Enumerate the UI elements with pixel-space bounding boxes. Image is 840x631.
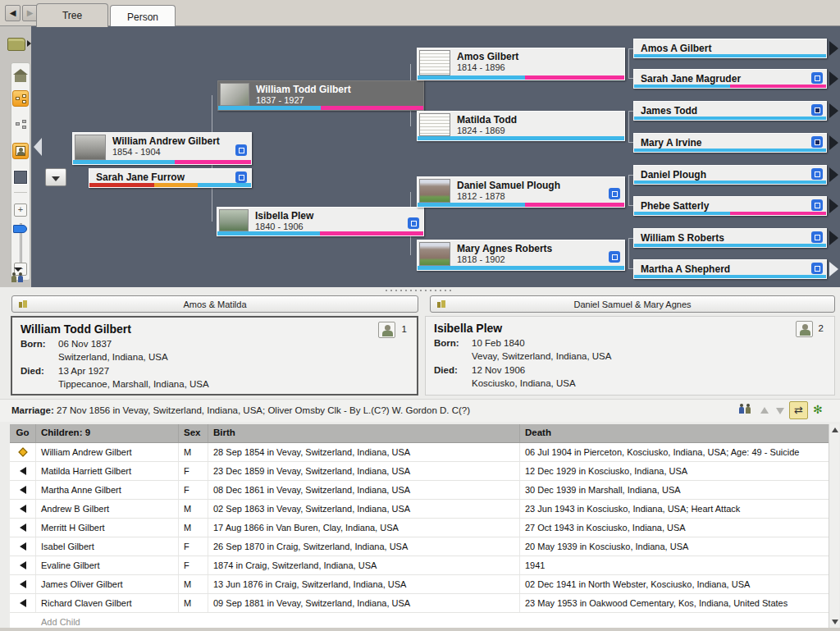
child-row[interactable]: Andrew B Gilbert M 02 Sep 1863 in Vevay,…	[10, 500, 829, 519]
header-sex[interactable]: Sex	[179, 424, 208, 442]
spouse-dropdown-button[interactable]	[45, 168, 66, 186]
home-family-button[interactable]	[12, 69, 29, 85]
parents-button-daniel-mary[interactable]: Daniel Samuel & Mary Agnes	[430, 295, 835, 313]
media-badge-icon[interactable]	[235, 171, 247, 183]
pedigree-box-sarah-jane-furrow[interactable]: Sarah Jane Furrow	[89, 168, 252, 188]
photo-count-button[interactable]	[796, 321, 813, 337]
pedigree-box-daniel-plough[interactable]: Daniel Plough	[633, 165, 827, 185]
header-death[interactable]: Death	[520, 424, 829, 442]
navigate-left-arrow[interactable]	[34, 138, 42, 156]
child-row[interactable]: James Oliver Gilbert M 13 Jun 1876 in Cr…	[10, 575, 829, 594]
pedigree-view-button[interactable]	[12, 90, 29, 107]
go-arrow-icon[interactable]	[20, 580, 26, 588]
child-death: 02 Dec 1941 in North Webster, Kosciusko,…	[520, 575, 829, 593]
media-badge-icon[interactable]	[811, 72, 823, 84]
swap-spouses-button[interactable]: ⇄	[789, 401, 808, 419]
pedigree-box-amos-a-gilbert[interactable]: Amos A Gilbert	[633, 39, 827, 58]
media-badge-icon[interactable]	[235, 144, 247, 156]
media-badge-icon[interactable]	[811, 263, 823, 274]
photo-count-button[interactable]	[378, 322, 395, 338]
pedigree-box-mary-a-irvine[interactable]: Mary A Irvine	[633, 133, 827, 153]
child-row[interactable]: Martha Anne Gilbert F 08 Dec 1861 in Vev…	[10, 481, 829, 500]
media-badge-icon[interactable]	[811, 231, 823, 243]
go-arrow-icon[interactable]	[20, 542, 26, 551]
go-arrow-icon[interactable]	[20, 599, 26, 607]
parents-button-amos-matilda[interactable]: Amos & Matilda	[11, 295, 418, 313]
go-arrow-icon[interactable]	[20, 486, 26, 494]
child-row[interactable]: Evaline Gilbert F 1874 in Craig, Switzer…	[10, 556, 829, 575]
media-badge-icon[interactable]	[811, 136, 823, 148]
family-tree-icon[interactable]: ✻	[813, 403, 823, 416]
pedigree-box-mary-agnes-roberts[interactable]: Mary Agnes Roberts 1818 - 1902	[417, 240, 625, 271]
child-row[interactable]: William Andrew Gilbert M 28 Sep 1854 in …	[10, 443, 829, 462]
scroll-up-arrow[interactable]	[832, 428, 838, 432]
pedigree-box-william-todd-gilbert[interactable]: William Todd Gilbert 1837 - 1927	[217, 80, 424, 111]
lifespan-bar	[418, 266, 624, 270]
expand-ancestors-arrow[interactable]	[829, 199, 838, 213]
tab-person[interactable]: Person	[110, 5, 176, 26]
couple-icon[interactable]	[738, 404, 751, 416]
media-badge-icon[interactable]	[811, 104, 823, 116]
child-row[interactable]: Richard Claven Gilbert M 09 Sep 1881 in …	[10, 594, 829, 613]
pedigree-box-matilda-todd[interactable]: Matilda Todd 1824 - 1869	[417, 111, 625, 141]
go-arrow-icon[interactable]	[20, 467, 26, 475]
expand-ancestors-arrow[interactable]	[829, 231, 838, 245]
move-up-button[interactable]	[760, 407, 769, 414]
pedigree-box-daniel-samuel-plough[interactable]: Daniel Samuel Plough 1812 - 1878	[417, 176, 625, 208]
pedigree-box-sarah-jane-magruder[interactable]: Sarah Jane Magruder	[633, 69, 827, 89]
move-down-button[interactable]	[776, 408, 784, 414]
detail-panel-william-todd-gilbert[interactable]: William Todd Gilbert Born: 06 Nov 1837 S…	[11, 316, 418, 396]
child-birth: 08 Dec 1861 in Vevay, Switzerland, India…	[208, 481, 520, 499]
expand-ancestors-arrow[interactable]	[829, 167, 838, 182]
history-back-button[interactable]: ◀	[5, 5, 21, 21]
pedigree-box-james-todd[interactable]: James Todd	[633, 101, 827, 121]
go-arrow-icon[interactable]	[20, 561, 26, 569]
header-children[interactable]: Children: 9	[36, 424, 179, 442]
media-badge-icon[interactable]	[811, 199, 823, 211]
expand-ancestors-arrow[interactable]	[829, 135, 838, 150]
expand-ancestors-arrow[interactable]	[829, 41, 838, 56]
descendant-view-button[interactable]	[12, 117, 29, 133]
person-photo-button[interactable]	[12, 143, 29, 159]
horizontal-splitter[interactable]	[0, 287, 840, 294]
expand-ancestors-arrow[interactable]	[829, 71, 838, 86]
lifespan-bar	[418, 75, 624, 80]
expand-ancestors-arrow[interactable]	[829, 262, 838, 277]
zoom-in-button[interactable]: +	[14, 203, 27, 217]
zoom-slider-thumb[interactable]	[13, 225, 27, 233]
index-folder-icon[interactable]	[7, 38, 25, 51]
tab-tree[interactable]: Tree	[36, 3, 108, 27]
go-arrow-icon[interactable]	[20, 505, 26, 513]
go-arrow-icon[interactable]	[20, 524, 26, 532]
child-birth: 26 Sep 1870 in Craig, Switzerland, India…	[208, 537, 520, 556]
child-row[interactable]: Merritt H Gilbert M 17 Aug 1866 in Van B…	[10, 519, 829, 537]
connector-line	[628, 111, 629, 143]
background-swatch-button[interactable]	[12, 169, 29, 185]
pedigree-box-amos-gilbert[interactable]: Amos Gilbert 1814 - 1896	[417, 48, 625, 80]
media-badge-icon[interactable]	[609, 188, 620, 199]
family-group-icon[interactable]	[8, 272, 26, 286]
media-badge-icon[interactable]	[408, 217, 419, 229]
caret-down-icon[interactable]	[14, 267, 22, 272]
pedigree-box-martha-a-shepherd[interactable]: Martha A Shepherd	[633, 259, 827, 279]
pedigree-box-phebe-satterly[interactable]: Phebe Satterly	[633, 196, 827, 216]
header-birth[interactable]: Birth	[208, 424, 520, 442]
media-badge-icon[interactable]	[609, 251, 620, 263]
children-table-header[interactable]: Go Children: 9 Sex Birth Death	[10, 424, 829, 443]
media-badge-icon[interactable]	[811, 168, 823, 180]
status-strip	[0, 628, 840, 631]
connector-line	[628, 48, 629, 79]
expand-ancestors-arrow[interactable]	[829, 103, 838, 118]
child-row[interactable]: Isabel Gilbert F 26 Sep 1870 in Craig, S…	[10, 537, 829, 556]
pedigree-box-isibella-plew[interactable]: Isibella Plew 1840 - 1906	[217, 207, 424, 236]
died-label: Died:	[434, 365, 458, 375]
pedigree-box-william-s-roberts[interactable]: William S Roberts	[633, 228, 827, 248]
go-diamond-icon[interactable]	[18, 447, 27, 456]
table-scrollbar[interactable]	[829, 424, 839, 628]
detail-panel-isibella-plew[interactable]: Isibella Plew Born: 10 Feb 1840 Vevay, S…	[425, 316, 835, 396]
header-go[interactable]: Go	[10, 424, 36, 442]
pedigree-box-william-andrew-gilbert[interactable]: William Andrew Gilbert 1854 - 1904	[72, 132, 252, 165]
child-row[interactable]: Matilda Harriett Gilbert F 23 Dec 1859 i…	[10, 462, 829, 481]
scroll-down-arrow[interactable]	[832, 620, 838, 624]
photo-thumbnail	[419, 242, 450, 266]
